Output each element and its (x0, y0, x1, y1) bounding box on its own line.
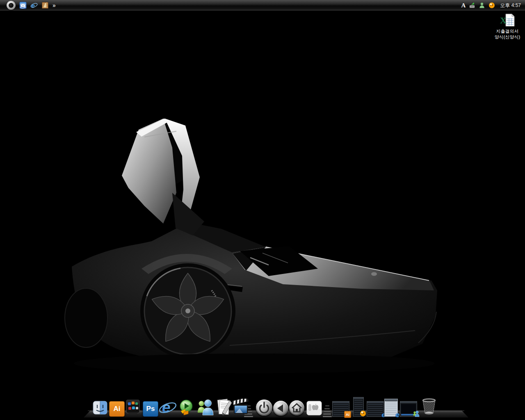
dock-window-ie-dark[interactable]: e (367, 401, 384, 417)
photoshop-glyph: Ps (146, 405, 155, 413)
menubar-tray: A 오후 4:57 (461, 2, 525, 9)
window-titlebar (333, 402, 349, 404)
svg-text:e: e (162, 399, 171, 416)
dock-separator (324, 408, 330, 409)
desktop-icon-excel-file[interactable]: X 지출결의서 양식(신양식) (491, 13, 524, 40)
dock-separator (323, 416, 332, 417)
toolbar-overflow-chevron[interactable]: » (52, 2, 55, 9)
start-orb-icon[interactable] (7, 1, 16, 10)
dock-photoshop-icon[interactable]: Ps (143, 401, 158, 417)
dock-home-button[interactable] (289, 400, 304, 415)
mail-app-icon[interactable] (19, 2, 27, 9)
messenger-badge (360, 410, 366, 418)
window-titlebar (354, 397, 363, 399)
dock-separator (324, 411, 331, 412)
dock-finder-icon[interactable] (92, 399, 108, 416)
svg-text:X: X (500, 15, 507, 25)
svg-text:e: e (32, 2, 35, 9)
dock-apple-box-icon[interactable] (306, 400, 323, 416)
dock-msn-messenger-icon[interactable] (196, 398, 215, 417)
dock-text-editor-icon[interactable] (215, 397, 233, 417)
dock-window-ie-light[interactable]: e (384, 399, 398, 417)
dock-power-button[interactable] (256, 399, 272, 416)
dock: Ai Ps e (0, 0, 525, 420)
dock-back-button[interactable] (273, 401, 288, 416)
window-content (368, 404, 383, 415)
illustrator-glyph: Ai (114, 405, 121, 413)
dock-window-media[interactable] (400, 401, 417, 417)
dock-illustrator-icon[interactable]: Ai (109, 401, 125, 417)
illustrator-badge: Ai (344, 411, 351, 418)
top-menubar: e » A 오후 4:57 (0, 0, 525, 11)
tray-clock[interactable]: 오후 4:57 (498, 2, 521, 9)
dock-window-illustrator[interactable]: Ai (332, 401, 349, 417)
dock-trash-icon[interactable] (418, 397, 440, 416)
desktop-icon-label: 지출결의서 양식(신양식) (491, 28, 524, 40)
excel-file-icon: X (499, 13, 516, 27)
window-titlebar (400, 402, 417, 404)
ime-language-indicator[interactable]: A (461, 2, 466, 9)
window-content (386, 402, 397, 415)
dock-internet-explorer-icon[interactable]: e (158, 398, 177, 417)
dock-office-player-icon[interactable] (177, 399, 195, 417)
dock-separator (323, 413, 331, 415)
orange-ball-icon[interactable] (488, 2, 495, 9)
dock-movie-maker-icon[interactable] (232, 399, 249, 416)
back-arrow-icon (273, 401, 288, 416)
dock-separator (325, 405, 329, 406)
ie-badge: e (396, 412, 399, 418)
safely-remove-hardware-icon[interactable] (469, 2, 475, 9)
dock-app-box-icon[interactable] (125, 398, 141, 416)
window-titlebar (367, 402, 383, 404)
dock-separator (244, 416, 253, 417)
home-icon (289, 400, 304, 415)
messenger-status-icon[interactable] (479, 2, 485, 9)
dock-window-messenger[interactable] (353, 397, 364, 417)
internet-explorer-icon[interactable]: e (30, 2, 38, 9)
picture-app-icon[interactable] (41, 2, 49, 9)
desktop: { "menubar": { "left_icons": ["start-orb… (0, 0, 525, 420)
power-icon (256, 399, 272, 416)
window-titlebar (385, 399, 397, 401)
menubar-quicklaunch: e » (0, 1, 55, 10)
